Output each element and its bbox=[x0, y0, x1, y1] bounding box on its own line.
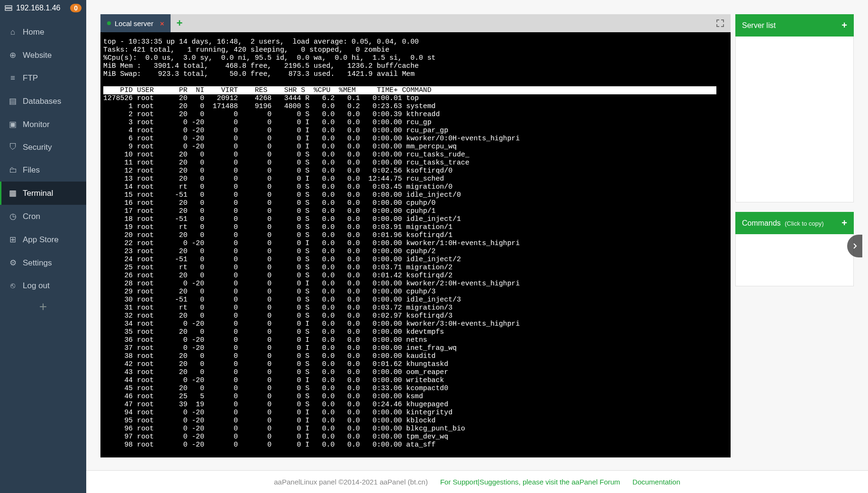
top-header-row: PID USER PR NI VIRT RES SHR S %CPU %MEM … bbox=[103, 86, 716, 94]
alert-badge[interactable]: 0 bbox=[70, 4, 81, 12]
nav: ⌂Home⊕Website≡FTP▤Databases▣Monitor⛉Secu… bbox=[0, 21, 86, 297]
sidebar-item-label: FTP bbox=[23, 73, 38, 83]
main-area: Local server × + top - 10:33:35 up 14 da… bbox=[86, 0, 868, 493]
footer-docs-link[interactable]: Documentation bbox=[633, 478, 680, 486]
add-server-button[interactable]: + bbox=[841, 20, 847, 31]
sidebar-item-home[interactable]: ⌂Home bbox=[0, 21, 86, 44]
right-rail: Server list + Commands (Click to copy) + bbox=[735, 14, 854, 286]
home-icon: ⌂ bbox=[9, 27, 17, 37]
sidebar-item-security[interactable]: ⛉Security bbox=[0, 136, 86, 159]
commands-title: Commands bbox=[742, 219, 781, 227]
settings-icon: ⚙ bbox=[9, 258, 17, 268]
sidebar-item-label: Terminal bbox=[23, 189, 53, 198]
ip-text: 192.168.1.46 bbox=[16, 4, 60, 12]
cron-icon: ◷ bbox=[9, 211, 17, 221]
server-list-panel: Server list + bbox=[735, 14, 854, 202]
sidebar-item-label: Databases bbox=[23, 97, 61, 106]
sidebar-ip-row: 192.168.1.46 0 bbox=[0, 0, 86, 16]
sidebar-add-button[interactable]: + bbox=[0, 297, 86, 316]
commands-body bbox=[735, 234, 854, 286]
sidebar-item-label: Security bbox=[23, 143, 52, 152]
terminal-output[interactable]: top - 10:33:35 up 14 days, 16:48, 2 user… bbox=[100, 32, 731, 457]
footer-forum-link[interactable]: For Support|Suggestions, please visit th… bbox=[440, 478, 620, 486]
monitor-icon: ▣ bbox=[9, 119, 17, 129]
footer: aaPanelLinux panel ©2014-2021 aaPanel (b… bbox=[86, 470, 868, 493]
website-icon: ⊕ bbox=[9, 50, 17, 60]
terminal-icon: ▦ bbox=[9, 188, 17, 198]
databases-icon: ▤ bbox=[9, 96, 17, 106]
sidebar-item-appstore[interactable]: ⊞App Store bbox=[0, 228, 86, 251]
sidebar-item-ftp[interactable]: ≡FTP bbox=[0, 67, 86, 90]
commands-hint: (Click to copy) bbox=[785, 220, 823, 227]
terminal-tabs: Local server × + bbox=[100, 14, 731, 32]
server-list-header: Server list + bbox=[735, 14, 854, 37]
logout-icon: ⎋ bbox=[9, 281, 17, 291]
sidebar-item-label: Home bbox=[23, 27, 44, 37]
files-icon: 🗀 bbox=[9, 165, 17, 175]
add-command-button[interactable]: + bbox=[841, 218, 847, 228]
tab-add-button[interactable]: + bbox=[171, 17, 188, 29]
fullscreen-icon[interactable] bbox=[710, 19, 731, 27]
security-icon: ⛉ bbox=[9, 143, 17, 152]
terminal-tab-active[interactable]: Local server × bbox=[100, 14, 171, 32]
footer-copyright: aaPanelLinux panel ©2014-2021 aaPanel (b… bbox=[274, 478, 428, 486]
svg-rect-0 bbox=[5, 6, 12, 8]
sidebar-item-website[interactable]: ⊕Website bbox=[0, 44, 86, 67]
status-dot-icon bbox=[107, 21, 111, 25]
sidebar-item-label: Files bbox=[23, 165, 40, 175]
server-icon bbox=[5, 4, 12, 12]
sidebar-item-cron[interactable]: ◷Cron bbox=[0, 205, 86, 228]
appstore-icon: ⊞ bbox=[9, 235, 17, 245]
sidebar-item-label: Website bbox=[23, 51, 52, 60]
commands-header: Commands (Click to copy) + bbox=[735, 212, 854, 234]
ftp-icon: ≡ bbox=[9, 73, 17, 83]
server-list-title: Server list bbox=[742, 21, 776, 30]
commands-panel: Commands (Click to copy) + bbox=[735, 212, 854, 286]
sidebar-item-settings[interactable]: ⚙Settings bbox=[0, 251, 86, 274]
sidebar-item-databases[interactable]: ▤Databases bbox=[0, 90, 86, 113]
sidebar-item-terminal[interactable]: ▦Terminal bbox=[0, 182, 86, 205]
sidebar-item-label: App Store bbox=[23, 235, 59, 245]
sidebar: 192.168.1.46 0 ⌂Home⊕Website≡FTP▤Databas… bbox=[0, 0, 86, 493]
svg-rect-1 bbox=[5, 9, 12, 10]
tab-label: Local server bbox=[115, 19, 154, 27]
sidebar-item-logout[interactable]: ⎋Log out bbox=[0, 274, 86, 297]
sidebar-item-label: Cron bbox=[23, 212, 40, 221]
sidebar-item-label: Monitor bbox=[23, 120, 50, 129]
tab-close-icon[interactable]: × bbox=[160, 19, 164, 27]
server-list-body bbox=[735, 37, 854, 202]
sidebar-item-files[interactable]: 🗀Files bbox=[0, 159, 86, 182]
terminal-panel: Local server × + top - 10:33:35 up 14 da… bbox=[100, 14, 731, 457]
sidebar-item-label: Settings bbox=[23, 258, 52, 268]
sidebar-item-label: Log out bbox=[23, 281, 50, 291]
sidebar-item-monitor[interactable]: ▣Monitor bbox=[0, 113, 86, 136]
